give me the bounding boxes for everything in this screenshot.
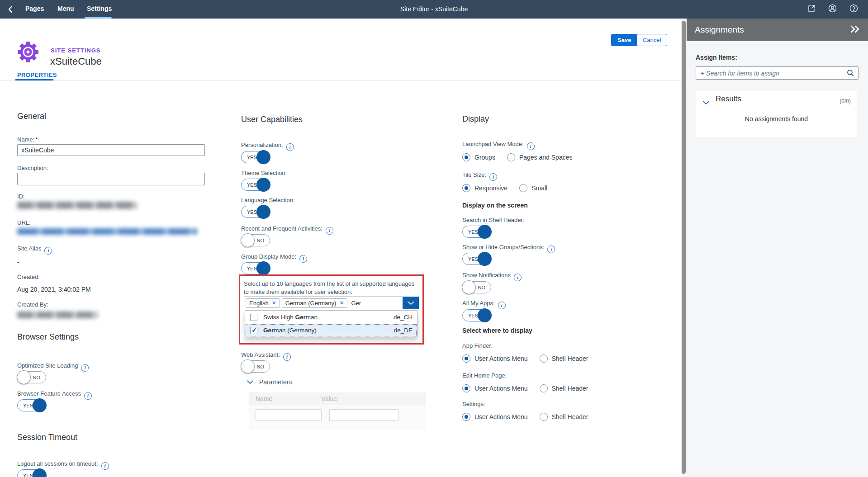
language-option-german-germany[interactable]: German (Germany) de_DE bbox=[245, 324, 417, 337]
assignments-panel-header: Assignments bbox=[687, 19, 868, 41]
assign-search-input[interactable] bbox=[696, 66, 859, 80]
checkbox-unchecked[interactable] bbox=[250, 314, 257, 321]
created-value: Aug 20, 2021, 3:40:02 PM bbox=[17, 286, 91, 293]
select-where-heading: Select where to display bbox=[462, 327, 532, 334]
radio-shell-header[interactable] bbox=[540, 354, 548, 363]
tab-menu[interactable]: Menu bbox=[57, 5, 74, 12]
optimized-site-loading-toggle[interactable]: NO bbox=[17, 371, 46, 383]
token-remove-icon[interactable] bbox=[339, 300, 344, 306]
language-selection-label: Language Selection: bbox=[241, 197, 295, 203]
account-icon[interactable] bbox=[828, 4, 837, 14]
group-display-mode-info-icon[interactable] bbox=[299, 255, 307, 263]
personalization-label: Personalization: bbox=[241, 142, 294, 151]
results-empty-message: No assignments found bbox=[696, 115, 857, 123]
web-assistant-info-icon[interactable] bbox=[283, 353, 291, 361]
group-display-mode-toggle[interactable]: YES bbox=[241, 262, 270, 274]
parameters-table-header: Name Value bbox=[249, 392, 426, 405]
show-notifications-label: Show Notifications bbox=[462, 272, 522, 281]
toggle-knob bbox=[17, 370, 31, 384]
main-scrollbar-track[interactable] bbox=[681, 19, 687, 477]
active-tab-underline bbox=[85, 17, 112, 19]
collapse-panel-icon[interactable] bbox=[850, 25, 860, 35]
back-icon[interactable] bbox=[8, 5, 13, 15]
radio-shell-header[interactable] bbox=[540, 413, 548, 421]
created-by-value-redacted bbox=[17, 312, 98, 318]
language-multi-input[interactable]: English German (Germany) Ger bbox=[244, 297, 419, 309]
theme-selection-toggle[interactable]: YES bbox=[241, 179, 270, 191]
show-hide-groups-toggle[interactable]: YES bbox=[462, 253, 491, 265]
all-my-apps-info-icon[interactable] bbox=[498, 302, 506, 309]
launchpad-view-mode-info-icon[interactable] bbox=[527, 142, 535, 150]
personalization-toggle[interactable]: YES bbox=[241, 151, 270, 163]
toggle-knob bbox=[256, 150, 270, 164]
language-option-swiss-high-german[interactable]: Swiss High German de_CH bbox=[245, 311, 417, 324]
language-code: de_CH bbox=[394, 314, 413, 321]
token-remove-icon[interactable] bbox=[272, 300, 276, 306]
site-alias-value: - bbox=[17, 259, 19, 266]
radio-pages-and-spaces[interactable] bbox=[507, 153, 515, 161]
typed-filter-text: Ger bbox=[351, 300, 361, 307]
show-hide-groups-info-icon[interactable] bbox=[547, 246, 555, 253]
personalization-info-icon[interactable] bbox=[286, 143, 294, 151]
toggle-knob bbox=[462, 280, 476, 294]
edit-home-page-radios: User Actions Menu Shell Header bbox=[462, 384, 600, 392]
language-selection-toggle[interactable]: YES bbox=[241, 206, 270, 218]
dropdown-arrow-button[interactable] bbox=[403, 297, 419, 309]
browser-feature-access-info-icon[interactable] bbox=[84, 392, 92, 400]
results-collapse-icon[interactable] bbox=[703, 99, 709, 107]
name-input[interactable] bbox=[17, 144, 205, 156]
radio-user-actions-menu-selected[interactable] bbox=[462, 413, 470, 421]
parameters-name-header: Name bbox=[256, 395, 272, 402]
description-input[interactable] bbox=[17, 173, 205, 185]
show-notifications-info-icon[interactable] bbox=[514, 274, 522, 281]
tab-pages[interactable]: Pages bbox=[25, 5, 44, 12]
main-scrollbar-thumb[interactable] bbox=[682, 21, 686, 474]
browser-feature-access-toggle[interactable]: YES bbox=[17, 399, 46, 411]
parameters-table: Name Value bbox=[249, 392, 426, 430]
recent-frequent-toggle[interactable]: NO bbox=[241, 234, 270, 246]
site-alias-label: Site Alias bbox=[17, 245, 52, 255]
checkbox-checked[interactable] bbox=[250, 327, 257, 334]
all-my-apps-toggle[interactable]: YES bbox=[462, 309, 491, 321]
save-button[interactable]: Save bbox=[611, 34, 637, 46]
display-section: Display Launchpad View Mode: Groups Page… bbox=[462, 109, 657, 477]
toggle-knob bbox=[256, 178, 270, 192]
radio-groups-selected[interactable] bbox=[462, 153, 470, 161]
toggle-knob bbox=[256, 261, 270, 275]
site-alias-info-icon[interactable] bbox=[44, 247, 52, 255]
web-assistant-toggle[interactable]: NO bbox=[241, 360, 270, 373]
url-label: URL: bbox=[17, 219, 31, 226]
tile-size-info-icon[interactable] bbox=[489, 173, 497, 181]
tab-settings[interactable]: Settings bbox=[87, 5, 112, 12]
optimized-site-loading-info-icon[interactable] bbox=[81, 364, 89, 372]
description-label: Description: bbox=[17, 165, 48, 171]
general-section: General Name:* Description: ID: URL: Sit… bbox=[17, 109, 207, 477]
logout-sessions-toggle[interactable]: YES bbox=[17, 469, 46, 477]
radio-responsive-selected[interactable] bbox=[462, 184, 470, 192]
general-heading: General bbox=[17, 112, 46, 121]
radio-user-actions-menu-selected[interactable] bbox=[462, 384, 470, 392]
show-hide-groups-label: Show or Hide Groups/Sections: bbox=[462, 244, 555, 253]
parameters-expander[interactable]: Parameters: bbox=[247, 378, 294, 386]
radio-small[interactable] bbox=[519, 184, 527, 192]
show-notifications-toggle[interactable]: NO bbox=[462, 281, 491, 293]
language-dropdown-list: Swiss High German de_CH German (Germany)… bbox=[245, 310, 417, 337]
search-shell-header-toggle[interactable]: YES bbox=[462, 226, 491, 238]
cancel-button[interactable]: Cancel bbox=[636, 34, 667, 46]
url-link-redacted[interactable] bbox=[17, 228, 197, 235]
parameter-name-input[interactable] bbox=[256, 409, 322, 421]
logout-sessions-info-icon[interactable] bbox=[101, 462, 109, 470]
tab-properties[interactable]: PROPERTIES bbox=[17, 71, 57, 78]
radio-shell-header[interactable] bbox=[540, 384, 548, 392]
parameter-value-input[interactable] bbox=[329, 409, 398, 421]
radio-user-actions-menu-selected[interactable] bbox=[462, 354, 470, 363]
parameters-table-row bbox=[249, 405, 426, 430]
user-capabilities-heading: User Capabilities bbox=[241, 115, 303, 124]
tabstrip-divider bbox=[0, 80, 681, 81]
help-icon[interactable] bbox=[849, 4, 858, 14]
share-icon[interactable] bbox=[807, 5, 816, 14]
browser-settings-heading: Browser Settings bbox=[17, 332, 79, 342]
recent-frequent-info-icon[interactable] bbox=[326, 227, 333, 235]
search-icon[interactable] bbox=[847, 69, 854, 79]
toggle-knob bbox=[256, 205, 270, 219]
